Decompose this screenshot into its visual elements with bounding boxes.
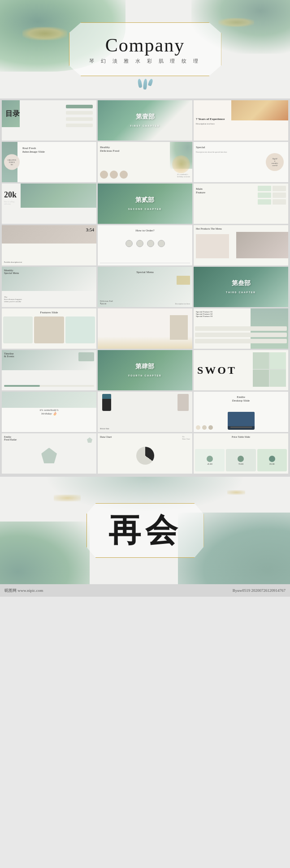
laptop-base [230,427,252,428]
ending-title: 再会 [108,509,182,552]
slides-row-4: 3:54 Portfolio description text How to O… [2,225,288,265]
timeline-line [4,385,94,387]
desktop-circles [196,425,213,430]
chapter4-title: 第肆部FOURTH CHAPTER [128,363,161,378]
slide-features-blank[interactable] [98,308,192,349]
mf-item-1 [258,186,271,191]
slide-monthly-special[interactable]: MonthlySpecial Menu Thebest dreams happe… [2,267,96,307]
sm-price: Delicious End₹48.00 [100,300,113,305]
slide-swot[interactable]: SWOT [194,350,288,390]
hero-gold-accent-1 [22,27,67,40]
howorder-circles [126,240,165,247]
desktop-img [228,412,255,430]
slide-datachart[interactable]: Data Chart PieData Chart [98,433,192,474]
slide-chapter1[interactable]: 第壹部FIRST CHAPTER [98,100,192,141]
food-circles [100,171,128,179]
laptop-screen [228,412,255,426]
slide-featuresslide[interactable]: Features Slide [2,308,96,349]
pt-title: Price Table Slide [232,436,250,438]
slide-chapter4[interactable]: 第肆部FOURTH CHAPTER [98,350,192,390]
exp-text: Description text here [196,123,215,125]
feather-3 [147,78,153,86]
desktop-c3 [208,425,213,430]
slide-food[interactable]: HealthyDelicious Food It's somebody'sbir… [98,142,192,182]
slide-foodradar[interactable]: EmilieFood Radar [2,433,96,474]
pt-icon-3 [269,456,275,462]
slide-mainfeature[interactable]: MainFeature [194,184,288,224]
hotproducts-title: Hot Products The Menu [196,227,222,230]
food-occasion: It's somebody'sbirthday occasion [177,173,190,178]
slide-special-r[interactable]: Special Ngàllawonderworld Description te… [194,142,288,182]
swot-t [270,370,286,386]
timeline-title: Timeline& Events [4,352,14,358]
fs-title: Features Slide [40,311,58,314]
portfolio-time: 3:54 [86,227,94,232]
phone-screen-top [102,394,111,399]
slide-juice[interactable]: CREATIVEFORCElife Real FreshJuice Image … [2,142,96,182]
slide-hotproducts[interactable]: Hot Products The Menu [194,225,288,265]
pt-card-2: 70.00 [226,449,255,471]
slides-grid: 目录 第壹部FIRST CHAPTER 7 Years of Experienc… [0,98,290,477]
mf-item-5 [258,199,271,205]
mobile-phone [102,394,111,411]
food-circle-2 [110,171,118,179]
toc-item-1 [66,105,93,108]
slide-chapter3[interactable]: 第叁部THIRD CHAPTER [194,267,288,307]
watermark-right: Byuw0519 20200726120914767 [233,588,286,593]
slides-row-2: CREATIVEFORCElife Real FreshJuice Image … [2,142,288,182]
slide-specialfeature[interactable]: Special Feature 01Special Feature 02Spec… [194,308,288,349]
mobile-caption: Mobile Slide [100,428,109,430]
special-label: Special [196,145,205,149]
chapter2-title: 第贰部SECOND CHAPTER [128,196,162,211]
special-circle: Ngàllawonderworld [266,153,284,171]
ending-polygon: 再会 [108,509,182,552]
juice-sub: Dr. Name [22,151,31,153]
slide-specialmenu[interactable]: Special Menu Delicious End₹48.00 Descrip… [98,267,192,307]
monthly-text: Thebest dreams happenwhen you're awake [4,296,22,303]
ending-wc-left [0,522,90,584]
ending-gold-2 [227,490,245,495]
slides-row-5: MonthlySpecial Menu Thebest dreams happe… [2,267,288,307]
exp-image [231,100,288,120]
mf-grid [258,186,286,205]
howorder-divider [100,263,190,263]
slide-chapter2[interactable]: 第贰部SECOND CHAPTER [98,184,192,224]
hero-feathers [138,79,152,90]
slide-20k[interactable]: 20k Here is sellingstill story [2,184,96,224]
toc-item-2 [66,111,93,115]
slide-experience[interactable]: 7 Years of Experience Description text h… [194,100,288,141]
hero-title: Company [105,34,185,56]
sf-item-3 [195,339,287,343]
swot-o [253,370,269,386]
birthday-text: it's somebody'sbirthday 🎂 [39,408,58,415]
swot-w [270,352,286,369]
pt-icon-1 [207,456,213,462]
exp-title: 7 Years of Experience [196,117,225,121]
mf-item-3 [258,192,271,198]
slide-portfolio[interactable]: 3:54 Portfolio description text [2,225,96,265]
slide-mobile[interactable]: Mobile Slide [98,392,192,432]
portfolio-text: Portfolio description text [4,261,22,263]
slides-row-8: it's somebody'sbirthday 🎂 Mobile Slide E… [2,392,288,432]
pt-card-3: 85.00 [257,449,287,471]
slide-birthday[interactable]: it's somebody'sbirthday 🎂 [2,392,96,432]
slide-pricetable[interactable]: Price Table Slide 45.00 70.00 85.00 [194,433,288,474]
juice-circle: CREATIVEFORCElife [4,154,20,170]
swot-title: SWOT [197,364,237,376]
chapter1-title: 第壹部FIRST CHAPTER [130,113,160,128]
fr-title: EmilieFood Radar [4,436,17,441]
mf-item-4 [273,192,286,198]
special-text: Description text about the special item … [196,151,264,153]
20k-wc [21,184,96,208]
food-circle-3 [120,171,128,179]
ending-section: 再会 [0,477,290,584]
desktop-c1 [196,425,200,430]
slide-timeline[interactable]: Timeline& Events [2,350,96,390]
slide-howorder[interactable]: How to Order? [98,225,192,265]
mf-item-6 [273,199,286,205]
feather-1 [137,78,142,88]
slide-desktop[interactable]: EmilieDesktop Slide [194,392,288,432]
pt-price-1: 45.00 [208,463,212,465]
timeline-progress [4,385,40,387]
slide-toc[interactable]: 目录 [2,100,96,141]
